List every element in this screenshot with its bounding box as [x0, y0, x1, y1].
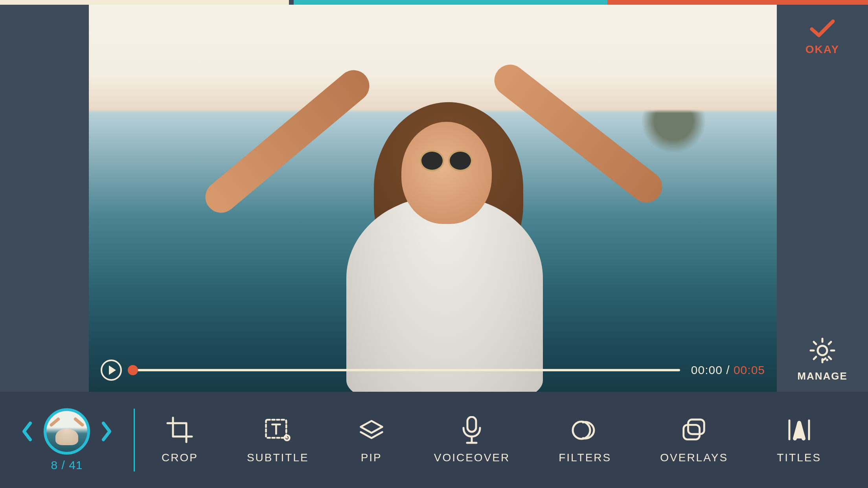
svg-point-1	[826, 359, 828, 361]
time-readout: 00:00 / 00:05	[691, 363, 765, 377]
svg-rect-7	[688, 419, 704, 434]
tool-label: TITLES	[777, 451, 821, 464]
microphone-icon	[458, 416, 485, 444]
pip-icon	[358, 416, 385, 444]
gear-icon	[808, 336, 837, 365]
bottom-toolbar: 8 / 41 CROP SUBTI	[0, 392, 868, 488]
subtitle-icon	[264, 416, 292, 444]
time-separator: /	[723, 363, 734, 376]
tool-filters[interactable]: FILTERS	[559, 416, 611, 464]
svg-point-4	[286, 437, 288, 438]
okay-label: OKAY	[805, 43, 839, 56]
clip-thumbnail[interactable]	[44, 408, 90, 455]
strip-segment-cream	[0, 0, 289, 5]
svg-rect-5	[467, 417, 476, 432]
tool-pip[interactable]: PIP	[358, 416, 385, 464]
time-current: 00:00	[691, 363, 723, 376]
manage-label: MANAGE	[797, 370, 848, 382]
seek-track[interactable]	[133, 369, 680, 371]
tool-subtitle[interactable]: SUBTITLE	[247, 416, 309, 464]
check-icon	[809, 19, 835, 39]
play-icon	[109, 365, 116, 375]
crop-icon	[166, 416, 193, 444]
overlays-icon	[680, 416, 708, 444]
prev-clip-button[interactable]	[20, 421, 34, 442]
titles-icon	[785, 416, 813, 444]
tool-label: PIP	[361, 451, 382, 464]
left-padding	[0, 5, 89, 392]
tool-voiceover[interactable]: VOICEOVER	[434, 416, 510, 464]
svg-point-0	[818, 346, 827, 355]
tool-overlays[interactable]: OVERLAYS	[660, 416, 728, 464]
svg-rect-8	[683, 425, 699, 439]
right-column: OKAY MANAGE	[777, 5, 868, 392]
tool-label: OVERLAYS	[660, 451, 728, 464]
toolbar-divider	[134, 409, 135, 471]
strip-segment-red	[607, 0, 868, 5]
video-preview[interactable]: 00:00 / 00:05	[89, 5, 777, 392]
filters-icon	[571, 416, 599, 444]
next-clip-button[interactable]	[99, 421, 114, 442]
strip-segment-teal	[294, 0, 607, 5]
tool-label: FILTERS	[559, 451, 611, 464]
okay-button[interactable]: OKAY	[805, 19, 839, 56]
clip-counter: 8 / 41	[51, 459, 83, 472]
progress-strip	[0, 0, 868, 5]
clip-navigator: 8 / 41	[0, 392, 134, 488]
tool-crop[interactable]: CROP	[162, 416, 198, 464]
playback-bar: 00:00 / 00:05	[101, 360, 765, 381]
seek-handle[interactable]	[128, 365, 138, 375]
tool-label: CROP	[162, 451, 198, 464]
tool-label: VOICEOVER	[434, 451, 510, 464]
strip-gap	[289, 0, 294, 5]
tool-label: SUBTITLE	[247, 451, 309, 464]
tool-titles[interactable]: TITLES	[777, 416, 821, 464]
manage-button[interactable]: MANAGE	[797, 336, 848, 382]
tools-row: CROP SUBTITLE PIP	[138, 416, 868, 464]
preview-frame-image	[89, 5, 777, 392]
time-total: 00:05	[734, 363, 765, 376]
play-button[interactable]	[101, 360, 122, 381]
